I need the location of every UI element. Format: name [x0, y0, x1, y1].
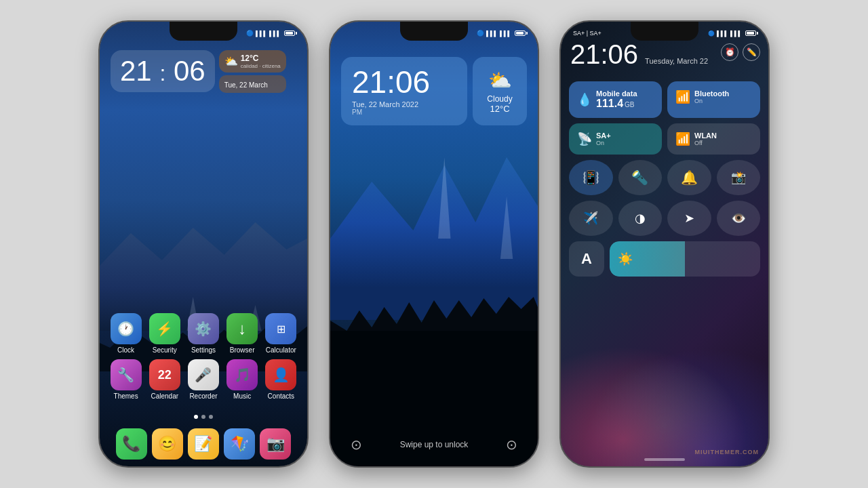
- cc-clock: 21:06: [570, 41, 638, 68]
- app-label-settings: Settings: [191, 346, 216, 354]
- lock-period: PM: [352, 108, 456, 116]
- app-contacts[interactable]: 👤 Contacts: [263, 359, 298, 400]
- tile-vibrate[interactable]: 📳: [569, 160, 613, 195]
- app-icon-calculator: ⊞: [265, 313, 296, 344]
- apps-grid: 🕐 Clock ⚡ Security ⚙️ Settings ↓: [100, 313, 307, 405]
- tile-mobile-data[interactable]: 💧 Mobile data 111.4 GB: [569, 81, 662, 118]
- tile-contrast[interactable]: ◑: [618, 201, 663, 236]
- dock-emoji[interactable]: 😊: [152, 428, 183, 460]
- date-widget-label: Tue, 22 March: [224, 81, 268, 89]
- phone2-lock: 🔵 ▌▌▌ ▌▌▌ 21:06 Tue, 22 March 2022 PM ⛅ …: [329, 20, 539, 468]
- weather-temp: 12°C: [241, 54, 281, 63]
- app-label-calculator: Calculator: [266, 346, 296, 354]
- carrier-label: SA+ | SA+: [573, 30, 601, 37]
- cc-date: Tuesday, March 22: [645, 57, 708, 65]
- app-icon-browser: ↓: [226, 313, 258, 344]
- app-label-calendar: Calendar: [151, 392, 178, 400]
- app-music[interactable]: 🎵 Music: [224, 359, 260, 400]
- phone1-home: 🔵 ▌▌▌ ▌▌▌ 21 : 06 ⛅ 12°C calidad · ci: [98, 20, 309, 468]
- flashlight-icon: ⊙: [351, 436, 362, 453]
- tile-sa[interactable]: 📡 SA+ On: [569, 123, 662, 155]
- clock-hour: 21: [120, 55, 152, 87]
- weather-icon: ⛅: [488, 69, 512, 92]
- tile-wlan-label: WLAN: [694, 131, 717, 140]
- status-bar-phone3: SA+ | SA+ 🔵 ▌▌▌ ▌▌▌: [561, 26, 768, 41]
- dock-camera[interactable]: 📷: [260, 428, 291, 460]
- tile-brightness[interactable]: ☀️: [610, 241, 760, 277]
- tile-mobile-value: 111.4: [596, 98, 623, 110]
- app-themes[interactable]: 🔧 Themes: [108, 359, 144, 400]
- phone3-control: SA+ | SA+ 🔵 ▌▌▌ ▌▌▌ 21:06 Tuesday, March…: [559, 20, 770, 468]
- tile-wlan[interactable]: 📶 WLAN Off: [667, 123, 760, 155]
- watermark: MIUITHEMER.COM: [695, 449, 760, 455]
- app-icon-calendar: 22: [149, 359, 180, 390]
- app-label-browser: Browser: [230, 346, 255, 354]
- tile-screenshot[interactable]: 📸: [717, 160, 761, 195]
- app-settings[interactable]: ⚙️ Settings: [186, 313, 221, 354]
- lock-weather-area: 21:06 Tue, 22 March 2022 PM ⛅ Cloudy 12°…: [341, 57, 527, 125]
- app-icon-clock: 🕐: [111, 313, 142, 344]
- dot-1: [194, 415, 198, 419]
- lock-mountain-scene: [330, 157, 538, 466]
- app-row-1: 🕐 Clock ⚡ Security ⚙️ Settings ↓: [106, 313, 300, 354]
- cc-top-icons: ⏰ ✏️: [721, 43, 760, 61]
- cc-row-3: 📳 🔦 🔔 📸: [569, 160, 760, 195]
- app-icon-security: ⚡: [149, 313, 180, 344]
- edit-icon[interactable]: ✏️: [743, 43, 760, 61]
- app-row-2: 🔧 Themes 22 Calendar 🎤 Recorder 🎵: [106, 359, 300, 400]
- tile-location[interactable]: ➤: [667, 201, 711, 236]
- app-label-music: Music: [233, 392, 251, 400]
- weather-temp-lock: 12°C: [490, 104, 509, 114]
- app-recorder[interactable]: 🎤 Recorder: [186, 359, 221, 400]
- tile-wlan-sub: Off: [694, 140, 717, 146]
- tile-sa-label: SA+: [596, 131, 611, 140]
- tile-eye[interactable]: 👁️: [717, 201, 761, 236]
- app-calendar[interactable]: 22 Calendar: [147, 359, 182, 400]
- tile-mobile-unit: GB: [625, 101, 634, 108]
- app-label-contacts: Contacts: [268, 392, 294, 400]
- dock-phone[interactable]: 📞: [116, 428, 147, 460]
- status-bar-phone2: 🔵 ▌▌▌ ▌▌▌: [330, 26, 538, 41]
- weather-label: Cloudy: [487, 94, 512, 104]
- app-clock[interactable]: 🕐 Clock: [108, 313, 144, 354]
- app-security[interactable]: ⚡ Security: [147, 313, 182, 354]
- cc-time-area: 21:06 Tuesday, March 22: [570, 41, 708, 68]
- dock-kite[interactable]: 🪁: [224, 428, 255, 460]
- cc-blur-spots: [561, 331, 768, 466]
- app-browser[interactable]: ↓ Browser: [224, 313, 260, 354]
- lock-big-time: 21:06: [352, 66, 456, 98]
- app-icon-recorder: 🎤: [188, 359, 219, 390]
- app-label-themes: Themes: [114, 392, 138, 400]
- lock-time-widget: 21:06 Tue, 22 March 2022 PM: [341, 57, 467, 125]
- cc-row-4: ✈️ ◑ ➤ 👁️: [569, 201, 760, 236]
- clock-widget: 21 : 06: [111, 50, 215, 92]
- app-icon-settings: ⚙️: [188, 313, 219, 344]
- dot-3: [209, 415, 213, 419]
- tile-font[interactable]: A: [569, 241, 604, 277]
- lock-weather-widget: ⛅ Cloudy 12°C: [473, 57, 527, 125]
- app-icon-themes: 🔧: [111, 359, 142, 390]
- cc-row-2: 📡 SA+ On 📶 WLAN Off: [569, 123, 760, 155]
- tile-bt-sub: On: [694, 98, 729, 104]
- dot-2: [201, 415, 205, 419]
- app-label-clock: Clock: [117, 346, 134, 354]
- cc-row-1: 💧 Mobile data 111.4 GB 📶 Bluetooth: [569, 81, 760, 118]
- clock-minute: 06: [174, 55, 205, 87]
- page-dots: [100, 415, 307, 419]
- dock: 📞 😊 📝 🪁 📷: [100, 428, 307, 460]
- home-indicator-3: [644, 458, 685, 461]
- swipe-hint: Swipe up to unlock: [400, 440, 469, 449]
- tile-notification[interactable]: 🔔: [667, 160, 711, 195]
- tile-bluetooth[interactable]: 📶 Bluetooth On: [667, 81, 760, 118]
- widgets-area: 21 : 06 ⛅ 12°C calidad · citizena Tue, 2…: [111, 43, 296, 93]
- tile-flashlight[interactable]: 🔦: [618, 160, 663, 195]
- tile-airplane[interactable]: ✈️: [569, 201, 613, 236]
- status-bar-phone1: 🔵 ▌▌▌ ▌▌▌: [100, 26, 307, 41]
- app-label-security: Security: [153, 346, 177, 354]
- brightness-icon: ☀️: [618, 251, 633, 266]
- app-calculator[interactable]: ⊞ Calculator: [263, 313, 298, 354]
- weather-location: calidad · citizena: [241, 63, 281, 69]
- dock-notes[interactable]: 📝: [188, 428, 219, 460]
- cc-row-5: A ☀️: [569, 241, 760, 277]
- alarm-icon[interactable]: ⏰: [721, 43, 738, 61]
